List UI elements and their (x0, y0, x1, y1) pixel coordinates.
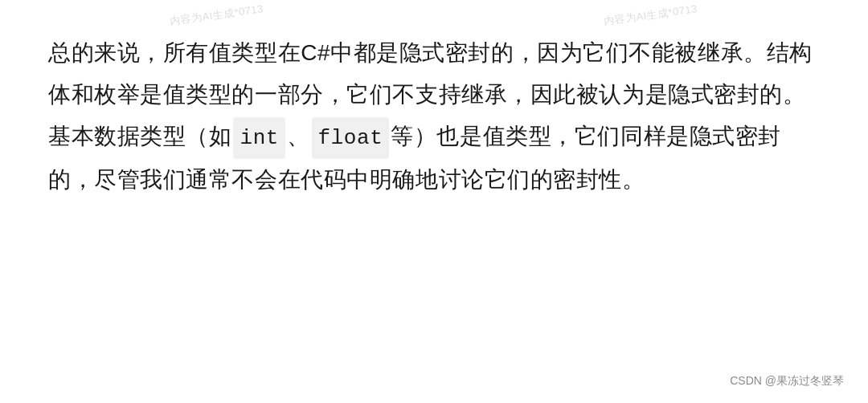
content-area: 总的来说，所有值类型在C#中都是隐式密封的，因为它们不能被继承。结构体和枚举是值… (0, 0, 868, 403)
main-paragraph: 总的来说，所有值类型在C#中都是隐式密封的，因为它们不能被继承。结构体和枚举是值… (48, 32, 820, 200)
text-separator-1: 、 (287, 124, 310, 149)
code-float: float (312, 117, 390, 159)
attribution: CSDN @果冻过冬竖琴 (730, 374, 844, 389)
code-int: int (233, 117, 285, 159)
